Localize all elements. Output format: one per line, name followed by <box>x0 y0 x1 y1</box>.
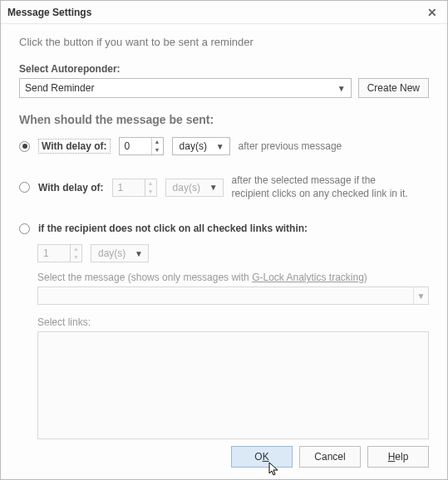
analytics-link[interactable]: G-Lock Analytics tracking <box>252 272 364 283</box>
delay3-value: 1 <box>38 247 70 259</box>
message-settings-dialog: Message Settings ✕ Click the button if y… <box>0 0 448 480</box>
delay1-value: 0 <box>120 140 151 152</box>
dialog-footer: OK Cancel Help <box>231 446 429 468</box>
delay2-value: 1 <box>113 182 145 193</box>
spinner-arrows-icon: ▲▼ <box>145 179 156 196</box>
chevron-down-icon: ▼ <box>135 249 143 258</box>
select-message-label: Select the message (shows only messages … <box>37 272 429 283</box>
delay1-unit: day(s) <box>180 140 207 152</box>
autoresponder-label: Select Autoreponder: <box>19 63 429 75</box>
chevron-down-icon: ▼ <box>209 183 218 192</box>
window-title: Message Settings <box>7 7 91 18</box>
radio-option-3[interactable] <box>19 223 30 234</box>
option-delay-selected: With delay of: 1 ▲▼ day(s) ▼ after the s… <box>19 174 429 200</box>
delay2-spinner: 1 ▲▼ <box>112 179 157 197</box>
cursor-icon <box>268 462 280 477</box>
radio-label-1: With delay of: <box>38 139 111 154</box>
radio-label-2: With delay of: <box>38 182 104 193</box>
chevron-down-icon: ▼ <box>337 84 346 93</box>
create-new-button[interactable]: Create New <box>358 78 429 98</box>
spinner-arrows-icon: ▲▼ <box>151 138 163 154</box>
delay2-suffix: after the selected message if the recipi… <box>232 174 415 200</box>
delay2-unit-select: day(s) ▼ <box>165 179 224 197</box>
delay3-unit: day(s) <box>98 247 126 259</box>
select-links-list <box>37 331 429 439</box>
close-icon[interactable]: ✕ <box>424 5 441 20</box>
titlebar: Message Settings ✕ <box>1 1 447 24</box>
cancel-button[interactable]: Cancel <box>299 446 361 468</box>
instruction-text: Click the button if you want to be sent … <box>19 36 429 48</box>
schedule-section-title: When should the message be sent: <box>19 113 429 126</box>
radio-label-3: if the recipient does not click on all c… <box>38 223 308 234</box>
help-button[interactable]: Help <box>367 446 429 468</box>
delay1-spinner[interactable]: 0 ▲▼ <box>119 137 164 155</box>
option-delay-previous: With delay of: 0 ▲▼ day(s) ▼ after previ… <box>19 136 429 156</box>
dialog-content: Click the button if you want to be sent … <box>1 24 447 443</box>
chevron-down-icon: ▼ <box>216 142 224 151</box>
select-links-label: Select links: <box>37 316 429 328</box>
delay2-unit: day(s) <box>173 182 200 193</box>
autoresponder-value: Send Reminder <box>25 82 94 94</box>
option-no-click: if the recipient does not click on all c… <box>19 218 429 238</box>
radio-option-2[interactable] <box>19 182 30 193</box>
radio-option-1[interactable] <box>19 141 30 152</box>
ok-button[interactable]: OK <box>231 446 293 468</box>
delay3-unit-select: day(s) ▼ <box>91 244 149 262</box>
chevron-down-icon: ▼ <box>413 287 428 304</box>
select-message-dropdown: ▼ <box>37 287 429 305</box>
delay3-spinner: 1 ▲▼ <box>37 244 82 262</box>
autoresponder-select[interactable]: Send Reminder ▼ <box>19 78 352 98</box>
delay1-suffix: after previous message <box>239 140 342 152</box>
delay1-unit-select[interactable]: day(s) ▼ <box>172 137 230 155</box>
option3-details: 1 ▲▼ day(s) ▼ Select the message (shows … <box>19 243 429 439</box>
spinner-arrows-icon: ▲▼ <box>70 245 81 262</box>
